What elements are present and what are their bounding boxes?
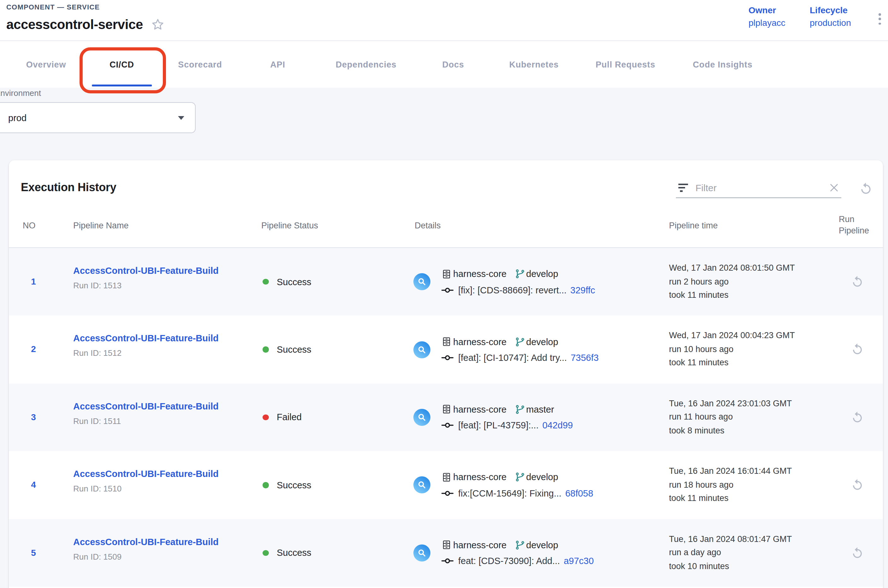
details-cell: harness-core develop: [413, 316, 599, 384]
tab-code-insights[interactable]: Code Insights: [674, 41, 772, 88]
pipeline-time-ago: run 10 hours ago: [669, 343, 795, 356]
pipeline-time-cell: Tue, 16 Jan 2024 23:01:03 GMT run 11 hou…: [669, 397, 792, 438]
favorite-star-icon[interactable]: [151, 18, 165, 32]
lifecycle-label: Lifecycle: [810, 5, 851, 15]
pipeline-duration: took 8 minutes: [669, 424, 792, 438]
pipeline-module-icon: [413, 273, 430, 290]
page-header: COMPONENT — SERVICE accesscontrol-servic…: [0, 0, 888, 40]
pipeline-name-cell: AccessControl-UBI-Feature-Build Run ID: …: [73, 469, 219, 494]
run-id: Run ID: 1513: [73, 281, 219, 290]
branch-name: develop: [526, 472, 558, 482]
repository-icon: [441, 268, 452, 279]
status-dot: [263, 279, 269, 285]
git-commit-icon: [441, 489, 454, 498]
row-number: 3: [23, 412, 44, 422]
pipeline-status-cell: Success: [263, 316, 311, 384]
tab-dependencies[interactable]: Dependencies: [317, 41, 416, 88]
pipeline-name-link[interactable]: AccessControl-UBI-Feature-Build: [73, 266, 219, 276]
details-cell: harness-core master: [413, 384, 573, 452]
details-lines: harness-core develop: [441, 472, 593, 498]
pipeline-name-link[interactable]: AccessControl-UBI-Feature-Build: [73, 333, 219, 344]
clear-filter-icon[interactable]: [829, 183, 839, 192]
pipeline-name-link[interactable]: AccessControl-UBI-Feature-Build: [73, 469, 219, 479]
tab-docs[interactable]: Docs: [423, 41, 483, 88]
column-header-no: NO: [23, 221, 36, 230]
repository-icon: [441, 404, 452, 415]
pipeline-status-cell: Success: [263, 451, 311, 519]
tab-bar: OverviewCI/CDScorecardAPIDependenciesDoc…: [0, 41, 888, 88]
branch-name: develop: [526, 337, 558, 346]
run-pipeline-button[interactable]: [851, 343, 864, 356]
pipeline-name-link[interactable]: AccessControl-UBI-Feature-Build: [73, 401, 219, 411]
environment-select[interactable]: prod: [0, 102, 196, 133]
commit-sha-link[interactable]: 7356f3: [571, 352, 599, 363]
run-id: Run ID: 1510: [73, 484, 219, 494]
lifecycle-value[interactable]: production: [810, 18, 851, 28]
pipeline-module-icon: [413, 409, 430, 426]
branch-name: master: [526, 404, 554, 414]
commit-sha-link[interactable]: 329ffc: [570, 285, 595, 295]
details-cell: harness-core develop: [413, 451, 593, 519]
table-body: 1 AccessControl-UBI-Feature-Build Run ID…: [9, 248, 883, 587]
owner-meta: Owner plplayacc: [748, 5, 786, 28]
status-dot: [263, 414, 269, 420]
row-number: 2: [23, 344, 44, 354]
refresh-icon[interactable]: [859, 182, 873, 196]
commit-sha-link[interactable]: 68f058: [565, 488, 593, 498]
status-label: Success: [277, 480, 311, 490]
commit-sha-link[interactable]: 042d99: [542, 420, 573, 430]
pipeline-name-cell: AccessControl-UBI-Feature-Build Run ID: …: [73, 266, 219, 290]
git-commit-icon: [441, 353, 454, 362]
pipeline-status-cell: Success: [263, 519, 311, 587]
status-label: Success: [277, 345, 311, 355]
row-number: 1: [23, 276, 44, 286]
row-number: 4: [23, 480, 44, 490]
branch-name: develop: [526, 540, 558, 550]
table-row: 3 AccessControl-UBI-Feature-Build Run ID…: [9, 384, 883, 452]
pipeline-status-cell: Failed: [263, 384, 302, 452]
page-title: accesscontrol-service: [6, 17, 143, 32]
run-id: Run ID: 1509: [73, 552, 219, 561]
git-commit-icon: [441, 285, 454, 294]
table-row: 5 AccessControl-UBI-Feature-Build Run ID…: [9, 519, 883, 587]
entity-kind-breadcrumb: COMPONENT — SERVICE: [6, 3, 100, 11]
pipeline-time-ago: run 18 hours ago: [669, 478, 792, 492]
pipeline-time-full: Wed, 17 Jan 2024 00:04:23 GMT: [669, 329, 795, 343]
pipeline-module-icon: [413, 341, 430, 358]
tab-overview[interactable]: Overview: [7, 41, 85, 88]
details-lines: harness-core master: [441, 404, 573, 430]
git-commit-icon: [441, 421, 454, 430]
tab-pull-requests[interactable]: Pull Requests: [577, 41, 675, 88]
repository-icon: [441, 472, 452, 483]
kebab-menu-icon[interactable]: [876, 11, 883, 27]
repository-name: harness-core: [453, 269, 506, 279]
details-cell: harness-core develop: [413, 248, 595, 316]
pipeline-name-cell: AccessControl-UBI-Feature-Build Run ID: …: [73, 333, 219, 358]
tab-kubernetes[interactable]: Kubernetes: [490, 41, 578, 88]
tab-api[interactable]: API: [251, 41, 304, 88]
table-row: 1 AccessControl-UBI-Feature-Build Run ID…: [9, 248, 883, 316]
run-pipeline-button[interactable]: [851, 478, 864, 492]
filter-icon: [678, 182, 688, 193]
filter-placeholder: Filter: [696, 182, 717, 193]
owner-link[interactable]: plplayacc: [748, 18, 786, 28]
pipeline-name-link[interactable]: AccessControl-UBI-Feature-Build: [73, 537, 219, 547]
pipeline-status-cell: Success: [263, 248, 311, 316]
run-id: Run ID: 1512: [73, 349, 219, 358]
filter-input[interactable]: Filter: [676, 178, 841, 198]
pipeline-duration: took 10 minutes: [669, 559, 792, 573]
repository-icon: [441, 540, 452, 550]
tab-scorecard[interactable]: Scorecard: [159, 41, 241, 88]
pipeline-time-cell: Wed, 17 Jan 2024 08:01:50 GMT run 2 hour…: [669, 261, 795, 302]
run-pipeline-button[interactable]: [851, 546, 864, 559]
commit-message: fix:[CCM-15649]: Fixing...: [458, 488, 561, 498]
details-cell: harness-core develop: [413, 519, 594, 587]
run-pipeline-button[interactable]: [851, 411, 864, 424]
pipeline-time-cell: Tue, 16 Jan 2024 08:01:47 GMT run a day …: [669, 532, 792, 573]
tab-ci-cd[interactable]: CI/CD: [90, 41, 153, 88]
run-pipeline-button[interactable]: [851, 275, 864, 288]
pipeline-time-cell: Wed, 17 Jan 2024 00:04:23 GMT run 10 hou…: [669, 329, 795, 370]
details-lines: harness-core develop: [441, 268, 595, 295]
table-row: 2 AccessControl-UBI-Feature-Build Run ID…: [9, 316, 883, 384]
commit-sha-link[interactable]: a97c30: [563, 556, 594, 566]
